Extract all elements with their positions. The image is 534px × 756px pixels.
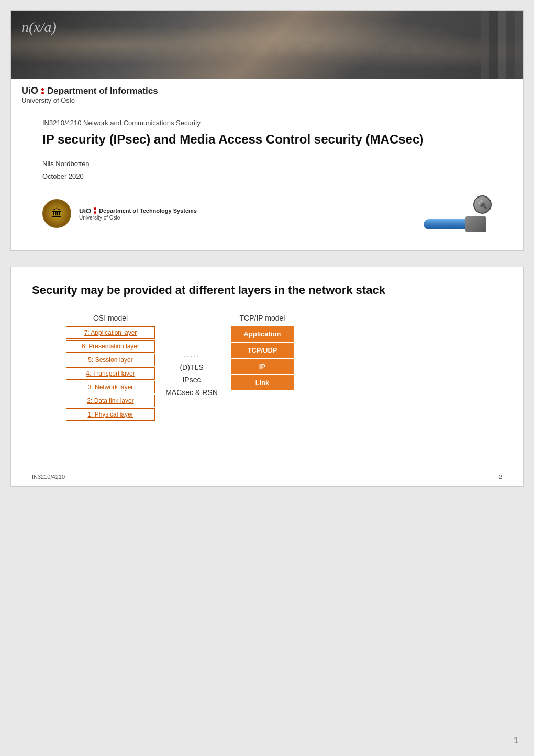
dept-tech-brand: UiO Department of Technology Systems — [79, 207, 197, 215]
tcpip-layer-application: Application — [231, 326, 294, 342]
slide1-content: IN3210/4210 Network and Communications S… — [11, 108, 523, 250]
cable-lock-icon: 🔌 — [473, 195, 492, 214]
dot-2 — [41, 92, 44, 94]
dept-tech-logo: UiO Department of Technology Systems Uni… — [79, 207, 197, 221]
uio-logo: UiO Department of Informatics University… — [21, 85, 158, 104]
math-formula: n(x/a) — [21, 19, 57, 36]
uio-dots-decoration — [41, 88, 44, 94]
cable-image: 🔌 — [424, 193, 492, 235]
osi-layer-6: 6: Presentation layer — [66, 340, 155, 353]
osi-layer-1: 1: Physical layer — [66, 408, 155, 421]
slide1-title: IP security (IPsec) and Media Access Con… — [42, 131, 492, 147]
protocol-dots: ..... — [184, 350, 199, 359]
slide2-title: Security may be provided at different la… — [32, 283, 502, 298]
osi-model-label: OSI model — [93, 314, 128, 322]
dept-tech-name: Department of Technology Systems — [99, 207, 197, 214]
tcpip-layers: Application TCP/UDP IP Link — [231, 326, 294, 390]
footer-course-code: IN3210/4210 — [32, 474, 65, 480]
dept-dots — [94, 207, 96, 214]
fdot-1 — [94, 207, 96, 210]
stripe-2 — [490, 11, 498, 79]
univ-name: University of Oslo — [21, 96, 158, 104]
uio-wordmark: UiO — [21, 85, 38, 96]
author-date: October 2020 — [42, 170, 492, 182]
stripe-3 — [498, 11, 506, 79]
uio-brand: UiO Department of Informatics — [21, 85, 158, 96]
protocol-macsec: MACsec & RSN — [165, 388, 218, 397]
protocol-dtls: (D)TLS — [180, 363, 203, 371]
osi-layers: 7: Application layer 6: Presentation lay… — [66, 326, 155, 421]
tcpip-layer-ip: IP — [231, 359, 294, 374]
protocol-ipsec: IPsec — [182, 376, 201, 384]
banner-stripes — [481, 11, 523, 79]
middle-column: ..... (D)TLS IPsec MACsec & RSN — [158, 314, 226, 397]
dept-tech-univ: University of Oslo — [79, 215, 197, 221]
osi-layer-2: 2: Data link layer — [66, 395, 155, 407]
tcpip-layer-link: Link — [231, 375, 294, 390]
osi-layer-5: 5: Session layer — [66, 354, 155, 366]
slide1-subtitle: IN3210/4210 Network and Communications S… — [42, 119, 492, 127]
slide1-footer: 🏛 UiO Department of Technology Systems U… — [42, 193, 492, 235]
page-number: 1 — [514, 736, 518, 746]
slide2-footer: IN3210/4210 2 — [32, 474, 502, 480]
slide-1: n(x/a) UiO Department of Informatics Uni… — [10, 10, 524, 251]
osi-column: OSI model 7: Application layer 6: Presen… — [63, 314, 158, 421]
author-name: Nils Nordbotten — [42, 158, 492, 170]
header-banner-image: n(x/a) — [11, 11, 523, 79]
tcpip-layer-tcpudp: TCP/UDP — [231, 343, 294, 358]
slide-2: Security may be provided at different la… — [10, 267, 524, 487]
osi-layer-7: 7: Application layer — [66, 326, 155, 339]
footer-slide-number: 2 — [499, 474, 502, 480]
tcpip-model-label: TCP/IP model — [240, 314, 285, 322]
cable-connector — [465, 216, 486, 232]
dept-name: Department of Informatics — [47, 86, 158, 96]
osi-layer-3: 3: Network layer — [66, 381, 155, 393]
slide1-author: Nils Nordbotten October 2020 — [42, 158, 492, 182]
tcpip-column: TCP/IP model Application TCP/UDP IP Link — [226, 314, 299, 390]
osi-layer-4: 4: Transport layer — [66, 367, 155, 380]
dot-1 — [41, 88, 44, 91]
dept-tech-uio: UiO — [79, 207, 91, 215]
stripe-5 — [515, 11, 523, 79]
stripe-1 — [481, 11, 490, 79]
stripe-4 — [506, 11, 515, 79]
uio-seal-logo: 🏛 — [42, 199, 71, 228]
diagram-container: OSI model 7: Application layer 6: Presen… — [32, 314, 502, 421]
fdot-2 — [94, 211, 96, 214]
logo-area: UiO Department of Informatics University… — [11, 79, 523, 108]
